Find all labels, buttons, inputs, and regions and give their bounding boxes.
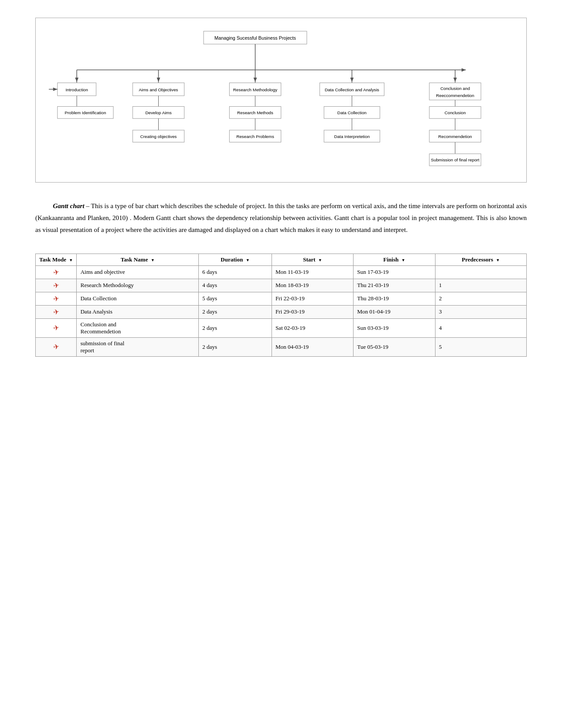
svg-text:Problem Identification: Problem Identification (65, 110, 106, 115)
task-start-cell: Mon 11-03-19 (272, 265, 353, 279)
task-pred-cell: 4 (435, 318, 526, 337)
task-mode-cell: ✈ (36, 337, 77, 356)
svg-text:Conclusion and: Conclusion and (440, 86, 470, 91)
task-icon: ✈ (52, 342, 60, 351)
task-start-cell: Mon 18-03-19 (272, 279, 353, 292)
pred-arrow: ▼ (496, 258, 500, 262)
svg-marker-11 (253, 78, 257, 82)
task-finish-cell: Sun 17-03-19 (354, 265, 435, 279)
svg-text:Research Problems: Research Problems (236, 134, 274, 139)
duration-arrow: ▼ (246, 258, 249, 262)
task-duration-cell: 4 days (199, 279, 272, 292)
col-header-finish[interactable]: Finish ▼ (354, 254, 435, 265)
task-pred-cell (435, 265, 526, 279)
svg-text:Conclusion: Conclusion (444, 110, 465, 115)
svg-text:Research Methodology: Research Methodology (233, 87, 277, 92)
task-name-cell: Research Methodology (77, 279, 199, 292)
svg-text:Submission of final report: Submission of final report (431, 157, 480, 162)
col-header-task-name[interactable]: Task Name ▼ (77, 254, 199, 265)
task-icon: ✈ (52, 307, 60, 317)
svg-text:Data Collection and Analysis: Data Collection and Analysis (325, 87, 380, 92)
col-header-start[interactable]: Start ▼ (272, 254, 353, 265)
svg-marker-14 (462, 68, 466, 72)
svg-text:Data Collection: Data Collection (337, 110, 366, 115)
gantt-bold-italic: Gantt chart (53, 202, 84, 209)
svg-text:Develop Aims: Develop Aims (145, 110, 172, 115)
task-start-cell: Sat 02-03-19 (272, 318, 353, 337)
task-start-cell: Fri 29-03-19 (272, 305, 353, 318)
svg-text:Research Methods: Research Methods (237, 110, 273, 115)
gantt-body-text: – This is a type of bar chart which desc… (35, 202, 527, 233)
task-duration-cell: 6 days (199, 265, 272, 279)
task-mode-cell: ✈ (36, 279, 77, 292)
table-row: ✈ Conclusion andRecommendetion 2 days Sa… (36, 318, 527, 337)
svg-text:Aims and Objectives: Aims and Objectives (139, 87, 178, 92)
task-duration-cell: 2 days (199, 318, 272, 337)
task-pred-cell: 3 (435, 305, 526, 318)
task-pred-cell: 1 (435, 279, 526, 292)
task-duration-cell: 2 days (199, 337, 272, 356)
task-icon: ✈ (52, 294, 60, 303)
task-finish-cell: Tue 05-03-19 (354, 337, 435, 356)
task-mode-arrow: ▼ (69, 258, 73, 262)
svg-marker-9 (75, 78, 78, 82)
task-name-cell: Aims and objective (77, 265, 199, 279)
col-header-task-mode[interactable]: Task Mode ▼ (36, 254, 77, 265)
svg-marker-13 (454, 78, 457, 82)
gantt-paragraph: Gantt chart – This is a type of bar char… (35, 200, 527, 236)
svg-text:Introduction: Introduction (66, 87, 88, 92)
svg-text:Data Interpretetion: Data Interpretetion (334, 134, 370, 139)
svg-text:Creating objectives: Creating objectives (140, 134, 177, 139)
finish-arrow: ▼ (401, 258, 405, 262)
org-chart-svg: Managing Sucessful Business Projects Int… (45, 27, 517, 173)
table-row: ✈ Data Collection 5 days Fri 22-03-19 Th… (36, 292, 527, 305)
task-duration-cell: 5 days (199, 292, 272, 305)
svg-text:Reeccommendetion: Reeccommendetion (436, 93, 474, 98)
svg-marker-12 (350, 78, 354, 82)
task-mode-cell: ✈ (36, 318, 77, 337)
svg-marker-57 (53, 88, 58, 91)
task-start-cell: Mon 04-03-19 (272, 337, 353, 356)
task-name-arrow: ▼ (151, 258, 155, 262)
task-mode-cell: ✈ (36, 305, 77, 318)
col-header-predecessors[interactable]: Predecessors ▼ (435, 254, 526, 265)
task-icon: ✈ (52, 323, 60, 332)
org-chart: Managing Sucessful Business Projects Int… (35, 18, 527, 183)
table-row: ✈ Aims and objective 6 days Mon 11-03-19… (36, 265, 527, 279)
task-pred-cell: 5 (435, 337, 526, 356)
col-header-duration[interactable]: Duration ▼ (199, 254, 272, 265)
task-mode-cell: ✈ (36, 265, 77, 279)
svg-text:Managing Sucessful Business Pr: Managing Sucessful Business Projects (215, 35, 296, 41)
task-table: Task Mode ▼ Task Name ▼ Duration ▼ Start… (35, 254, 527, 357)
svg-marker-10 (157, 78, 160, 82)
start-arrow: ▼ (318, 258, 322, 262)
task-name-cell: Conclusion andRecommendetion (77, 318, 199, 337)
task-finish-cell: Mon 01-04-19 (354, 305, 435, 318)
table-row: ✈ Data Analysis 2 days Fri 29-03-19 Mon … (36, 305, 527, 318)
task-finish-cell: Thu 28-03-19 (354, 292, 435, 305)
task-name-cell: Data Collection (77, 292, 199, 305)
task-duration-cell: 2 days (199, 305, 272, 318)
task-start-cell: Fri 22-03-19 (272, 292, 353, 305)
task-finish-cell: Sun 03-03-19 (354, 318, 435, 337)
task-name-cell: submission of finalreport (77, 337, 199, 356)
task-icon: ✈ (52, 281, 60, 290)
table-row: ✈ submission of finalreport 2 days Mon 0… (36, 337, 527, 356)
task-pred-cell: 2 (435, 292, 526, 305)
task-icon: ✈ (52, 268, 60, 277)
svg-text:Recommendetion: Recommendetion (438, 134, 472, 139)
task-mode-cell: ✈ (36, 292, 77, 305)
task-finish-cell: Thu 21-03-19 (354, 279, 435, 292)
task-name-cell: Data Analysis (77, 305, 199, 318)
table-header-row: Task Mode ▼ Task Name ▼ Duration ▼ Start… (36, 254, 527, 265)
table-row: ✈ Research Methodology 4 days Mon 18-03-… (36, 279, 527, 292)
